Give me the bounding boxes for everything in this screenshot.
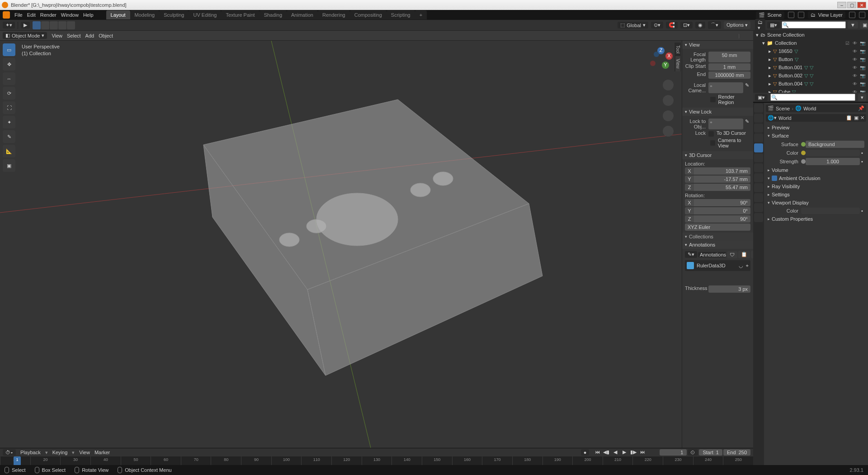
snap-toggle[interactable]: 🧲 xyxy=(666,22,678,28)
keyframe-prev-icon[interactable]: ◀▮ xyxy=(603,449,610,456)
prop-settings-header[interactable]: Settings xyxy=(766,190,866,199)
chevron-right-icon[interactable]: ▸ xyxy=(769,57,771,62)
outliner-editor-type[interactable]: ▣▾ xyxy=(755,94,768,101)
proptab-physics[interactable] xyxy=(754,183,763,192)
proptab-constraints[interactable] xyxy=(754,193,763,202)
proptab-scene[interactable] xyxy=(754,133,763,142)
proptab-world[interactable] xyxy=(754,143,763,152)
world-name[interactable]: World xyxy=(778,115,844,121)
proptab-object[interactable] xyxy=(754,153,763,162)
annotation-data-name[interactable]: Annotations xyxy=(698,252,726,257)
xform-rotate-icon[interactable] xyxy=(50,21,58,29)
play-reverse-icon[interactable]: ◀ xyxy=(612,449,619,456)
outliner-item-name[interactable]: Button.002 xyxy=(778,73,802,78)
camera-to-view-checkbox[interactable] xyxy=(710,140,715,146)
hide-icon[interactable]: 👁 xyxy=(853,73,858,78)
cursor-z-value[interactable]: 55.47 mm xyxy=(694,184,750,191)
npanel-tab-tool[interactable]: Tool xyxy=(675,43,680,56)
timeline-playback[interactable]: Playback xyxy=(20,450,41,455)
autokey-toggle[interactable]: ● xyxy=(581,449,590,456)
scene-selector[interactable]: 🎬Scene xyxy=(756,11,784,19)
tab-animation[interactable]: Animation xyxy=(287,10,318,19)
surface-node-dot[interactable] xyxy=(801,142,806,147)
npanel-3dcursor-header[interactable]: 3D Cursor xyxy=(682,151,753,159)
menu-window[interactable]: Window xyxy=(61,12,79,18)
prop-custom-header[interactable]: Custom Properties xyxy=(766,215,866,223)
timeline-marker[interactable]: Marker xyxy=(94,450,110,455)
cursor-rotation-mode[interactable]: XYZ Euler xyxy=(685,223,750,231)
scene-delete-button[interactable] xyxy=(798,12,804,18)
tool-scale[interactable]: ⛶ xyxy=(3,101,15,114)
chevron-down-icon[interactable]: ▾ xyxy=(756,32,759,38)
viewlayer-delete-button[interactable] xyxy=(859,12,865,18)
end-frame-field[interactable]: End 250 xyxy=(723,449,750,456)
editor-type-selector[interactable]: ✦▾ xyxy=(3,22,15,28)
menu-file[interactable]: File xyxy=(14,12,23,18)
proptab-output[interactable] xyxy=(754,114,763,123)
cursor-rx-value[interactable]: 90° xyxy=(694,199,750,206)
disable-render-icon[interactable]: 📷 xyxy=(860,57,865,62)
surface-color-swatch[interactable] xyxy=(806,150,860,156)
tab-texturepaint[interactable]: Texture Paint xyxy=(221,10,259,19)
outliner-search[interactable] xyxy=(782,21,846,28)
annotation-data-selector[interactable]: ✎▾ xyxy=(685,251,697,258)
collection-item[interactable]: Collection xyxy=(775,40,797,46)
chevron-right-icon[interactable]: ▸ xyxy=(769,73,771,79)
tab-uvediting[interactable]: UV Editing xyxy=(189,10,221,19)
strength-link-icon[interactable]: • xyxy=(860,159,864,164)
npanel-viewlock-header[interactable]: View Lock xyxy=(682,108,753,116)
snap-element[interactable]: ⊡▾ xyxy=(680,22,693,28)
disable-render-icon[interactable]: 📷 xyxy=(860,41,865,46)
pin-icon[interactable]: 📌 xyxy=(858,105,864,111)
timeline-editor-type[interactable]: ⏱▾ xyxy=(3,449,16,456)
outliner-item-name[interactable]: Cube xyxy=(778,89,790,93)
close-button[interactable]: ✕ xyxy=(857,2,866,8)
outliner-item[interactable]: ▸▽Button▽👁📷 xyxy=(754,55,867,63)
menu-object[interactable]: Object xyxy=(99,33,113,38)
color-link-icon[interactable]: • xyxy=(860,150,864,156)
pan-icon[interactable] xyxy=(663,95,674,106)
tool-transform[interactable]: ✦ xyxy=(3,116,15,128)
disable-render-icon[interactable]: 📷 xyxy=(860,65,865,70)
annotation-layer-visibility-icon[interactable]: ◡ xyxy=(739,263,743,269)
vdisplay-link-icon[interactable]: • xyxy=(860,208,864,214)
frame-range-icon[interactable]: ⏲ xyxy=(688,449,698,456)
proptab-viewlayer[interactable] xyxy=(754,124,763,133)
zoom-icon[interactable] xyxy=(663,80,674,90)
viewlayer-selector[interactable]: 🗂View Layer xyxy=(808,11,845,19)
prop-viewportdisplay-header[interactable]: Viewport Display xyxy=(766,199,866,207)
annotation-thickness-value[interactable]: 3 px xyxy=(708,285,750,293)
menu-help[interactable]: Help xyxy=(83,12,94,18)
outliner-item-name[interactable]: Button xyxy=(778,57,793,62)
proptab-particles[interactable] xyxy=(754,173,763,182)
hide-icon[interactable]: 👁 xyxy=(853,41,858,46)
tool-move[interactable]: ↔ xyxy=(3,72,15,85)
npanel-view-header[interactable]: View xyxy=(682,41,753,49)
timeline-keying[interactable]: Keying xyxy=(52,450,68,455)
outliner-filter-icon[interactable]: ▼ xyxy=(848,21,858,28)
clip-start-value[interactable]: 1 mm xyxy=(708,63,750,71)
ao-checkbox[interactable] xyxy=(772,176,777,181)
xform-move-icon[interactable] xyxy=(41,21,49,29)
jump-start-icon[interactable]: ⏮ xyxy=(594,449,601,456)
cursor-y-value[interactable]: -17.57 mm xyxy=(694,176,750,183)
outliner-item-name[interactable]: Button.001 xyxy=(778,65,802,70)
outliner-item-name[interactable]: 18650 xyxy=(778,48,793,54)
outliner-item-name[interactable]: Button.004 xyxy=(778,81,802,86)
playhead[interactable]: 1 xyxy=(14,456,21,466)
current-frame-field[interactable]: 1 xyxy=(660,449,687,456)
surface-value[interactable]: Background xyxy=(806,141,864,148)
orientation-selector[interactable]: ⬚ Global ▾ xyxy=(618,22,648,28)
disable-render-icon[interactable]: 📷 xyxy=(860,90,865,93)
disable-render-icon[interactable]: 📷 xyxy=(860,73,865,78)
prop-rayvis-header[interactable]: Ray Visibility xyxy=(766,182,866,190)
menu-select[interactable]: Select xyxy=(67,33,81,38)
tab-scripting[interactable]: Scripting xyxy=(387,10,415,19)
jump-end-icon[interactable]: ⏭ xyxy=(639,449,646,456)
tool-cursor[interactable]: ✥ xyxy=(3,58,15,71)
exclude-icon[interactable]: ☑ xyxy=(845,41,851,46)
proptab-data[interactable] xyxy=(754,203,763,212)
tab-layout[interactable]: Layout xyxy=(106,10,130,19)
play-icon[interactable]: ▶ xyxy=(621,449,628,456)
tab-shading[interactable]: Shading xyxy=(259,10,287,19)
